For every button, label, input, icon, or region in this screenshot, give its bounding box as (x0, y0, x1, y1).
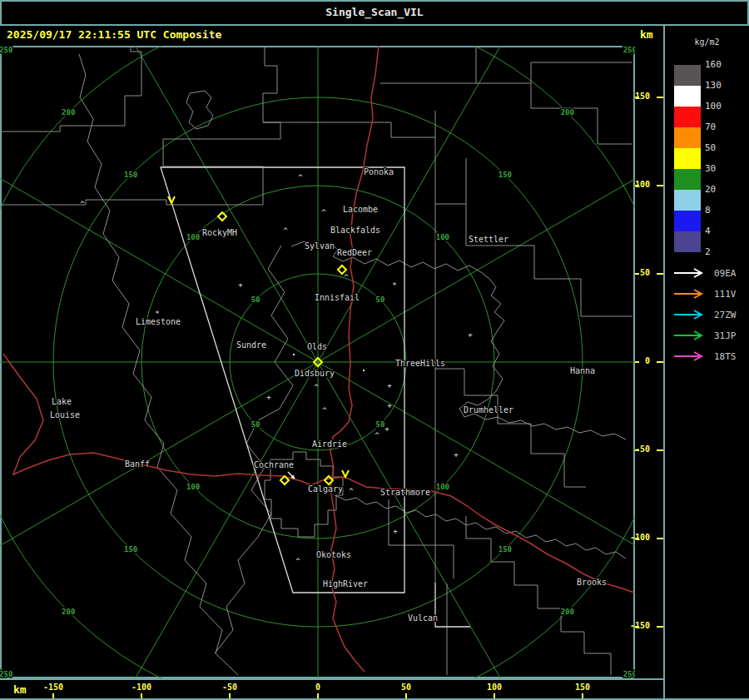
ring-distance-label: 100 (436, 233, 449, 241)
right-axis-tick (657, 361, 663, 363)
track-id-label: 27ZW (714, 310, 737, 320)
right-axis-tick (657, 185, 663, 186)
city-label-Airdrie: Airdrie (312, 439, 347, 449)
right-axis-tick (635, 97, 639, 98)
right-axis-tick (657, 273, 663, 275)
city-label-Innisfail: Innisfail (315, 293, 360, 302)
right-axis: km 150100500-50-100-150 (635, 26, 663, 700)
city-label-Lake: Lake (52, 397, 72, 406)
azimuth-spoke (318, 362, 551, 678)
city-label-Stettler: Stettler (469, 235, 508, 244)
city-label-Hanna: Hanna (570, 366, 595, 375)
ring-distance-label: 50 (376, 295, 385, 304)
bottom-axis-label: -50 (211, 683, 248, 692)
highway-line (330, 46, 379, 672)
bottom-axis-label: 0 (300, 683, 336, 692)
ring-distance-label: 150 (499, 545, 512, 554)
track-arrow-icon (672, 310, 709, 320)
town-marker-plus: + (238, 280, 243, 289)
town-marker-caret: ^ (321, 208, 326, 216)
town-marker-caret: ^ (322, 406, 327, 415)
boundary-line (476, 62, 632, 83)
legend-color-swatch (674, 65, 701, 86)
ring-distance-label: 150 (124, 171, 137, 179)
boundary-line (163, 46, 280, 205)
city-label-Lacombe: Lacombe (343, 205, 378, 214)
boundary-line (291, 241, 626, 439)
radar-map[interactable]: 5050505010010010010015015015015020020020… (0, 46, 635, 678)
legend-scale-label: 70 (705, 122, 738, 133)
right-axis-tick (635, 361, 639, 363)
ring-distance-label: 200 (62, 608, 75, 616)
town-marker-caret: ^ (314, 383, 319, 391)
legend-scale-label: 8 (705, 205, 738, 216)
track-arrow-icon (672, 330, 709, 341)
ring-distance-label: 150 (124, 545, 137, 554)
boundary-line (466, 516, 611, 675)
town-marker-dot (363, 370, 365, 371)
legend-color-swatch (674, 86, 701, 107)
town-marker-plus: + (393, 527, 398, 535)
legend-panel: kg/m2 1601301007050302084209EA111V27ZW31… (663, 26, 749, 700)
ring-distance-label: 100 (436, 483, 449, 491)
town-marker-plus: + (384, 424, 389, 433)
city-label-ThreeHills: ThreeHills (395, 359, 445, 368)
town-marker-caret: ^ (298, 173, 303, 181)
legend-scale-label: 30 (705, 163, 738, 175)
radar-application-window: Single_Scan_VIL 2025/09/17 22:11:55 UTC … (0, 0, 749, 700)
azimuth-spoke (85, 46, 318, 362)
city-label-Strathmore: Strathmore (380, 488, 430, 497)
boundary-line (466, 204, 632, 316)
city-label-Calgary: Calgary (308, 484, 343, 494)
azimuth-spoke (0, 129, 318, 362)
ring-distance-label: 250 (623, 670, 635, 678)
boundary-line (389, 499, 454, 578)
ring-distance-label: 200 (62, 108, 75, 117)
ring-distance-label: 50 (251, 420, 260, 429)
town-marker-caret: ^ (295, 557, 300, 565)
boundary-line (335, 495, 626, 559)
window-title: Single_Scan_VIL (325, 6, 423, 18)
town-marker-plus: + (454, 450, 459, 459)
bottom-axis-tick (405, 693, 407, 698)
track-legend-111V: 111V (672, 289, 749, 300)
azimuth-spoke (85, 362, 318, 678)
city-label-Drumheller: Drumheller (464, 405, 513, 415)
track-legend-18TS: 18TS (672, 351, 749, 362)
city-label-HighRiver: HighRiver (323, 579, 368, 588)
info-bar: 2025/09/17 22:11:55 UTC Composite (0, 26, 663, 46)
bottom-axis-tick (229, 693, 231, 698)
track-arrow-icon (672, 289, 709, 300)
track-id-label: 18TS (714, 351, 737, 362)
town-marker-caret: ^ (283, 226, 288, 235)
right-axis-tick (657, 538, 663, 539)
ring-distance-label: 200 (561, 608, 574, 616)
legend-scale-label: 50 (705, 142, 738, 154)
storm-arrow-icon (168, 196, 175, 203)
track-arrow-icon (672, 268, 709, 279)
town-marker-plus: + (468, 330, 473, 339)
city-label-Vulcan: Vulcan (408, 613, 438, 623)
ring-distance-label: 250 (0, 46, 12, 54)
town-marker-star: * (392, 281, 396, 290)
legend-color-swatch (674, 107, 701, 127)
city-label-Limestone: Limestone (136, 317, 181, 326)
city-label-Okotoks: Okotoks (316, 550, 351, 559)
bottom-axis-label: 150 (564, 683, 601, 692)
city-label-Ponoka: Ponoka (364, 167, 394, 176)
boundary-line (380, 46, 476, 83)
bottom-axis-label: -150 (35, 683, 72, 692)
town-marker-caret: ^ (349, 487, 354, 495)
ring-distance-label: 250 (623, 46, 635, 54)
boundary-line (263, 122, 435, 137)
city-label-Brooks: Brooks (577, 578, 607, 587)
legend-color-swatch (674, 190, 701, 211)
boundary-line (0, 46, 141, 132)
town-marker-plus: + (266, 393, 271, 401)
city-label-Louise: Louise (50, 410, 80, 420)
ring-distance-label: 100 (186, 483, 200, 491)
legend-color-swatch (674, 211, 701, 231)
track-id-label: 31JP (714, 330, 737, 341)
town-marker-plus: + (387, 381, 392, 390)
bottom-axis-tick (494, 693, 495, 698)
